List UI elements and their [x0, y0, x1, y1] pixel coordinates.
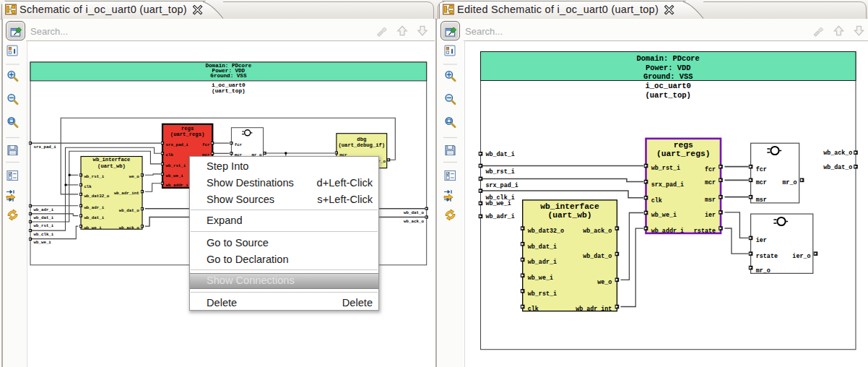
svg-text:regs: regs — [674, 141, 693, 150]
svg-text:wb_ack_o: wb_ack_o — [404, 219, 424, 224]
svg-text:(uart_regs): (uart_regs) — [656, 150, 711, 158]
svg-text:wb_adr_i: wb_adr_i — [528, 259, 557, 266]
svg-text:fcr: fcr — [235, 142, 243, 147]
svg-text:mcr: mcr — [705, 179, 716, 186]
svg-text:wb_interface: wb_interface — [93, 157, 131, 163]
svg-text:ier: ier — [756, 237, 767, 244]
svg-text:wb_we_i: wb_we_i — [528, 275, 553, 282]
svg-text:wb_addr_i: wb_addr_i — [651, 228, 684, 235]
svg-text:wb_adr_int: wb_adr_int — [576, 306, 612, 313]
svg-text:fcr: fcr — [756, 166, 767, 173]
svg-text:(uart_debug_if): (uart_debug_if) — [338, 142, 385, 148]
svg-text:wb_interface: wb_interface — [540, 202, 599, 211]
svg-text:srx_pad_i: srx_pad_i — [166, 142, 189, 147]
svg-text:wb_dat_o: wb_dat_o — [119, 208, 139, 213]
svg-text:rstate: rstate — [694, 228, 716, 235]
svg-text:clk: clk — [84, 184, 92, 189]
svg-text:srx_pad_i: srx_pad_i — [486, 182, 518, 189]
svg-text:wb_addr_i: wb_addr_i — [166, 183, 189, 188]
svg-text:(uart_top): (uart_top) — [645, 91, 691, 100]
svg-text:(uart_top): (uart_top) — [212, 88, 246, 94]
svg-text:(uart_wb): (uart_wb) — [97, 163, 126, 169]
svg-text:ier_o: ier_o — [792, 253, 810, 260]
svg-text:fcr: fcr — [705, 166, 716, 173]
svg-text:wb_rst_i: wb_rst_i — [486, 168, 515, 176]
svg-text:wb_dat32_o: wb_dat32_o — [84, 194, 109, 199]
svg-text:wb_dat32_o: wb_dat32_o — [528, 228, 564, 235]
svg-text:rstate: rstate — [756, 253, 778, 260]
svg-text:fcr: fcr — [202, 142, 210, 147]
svg-text:wb_dat_o: wb_dat_o — [583, 253, 612, 260]
svg-text:wb_rst_i: wb_rst_i — [166, 163, 186, 168]
svg-text:wb_dat_o: wb_dat_o — [404, 210, 424, 215]
svg-text:wb_adr_i: wb_adr_i — [486, 213, 515, 220]
svg-text:wb_we_i: wb_we_i — [34, 240, 52, 245]
svg-text:wb_ack_o: wb_ack_o — [119, 225, 139, 230]
svg-text:i_oc_uart0: i_oc_uart0 — [645, 82, 691, 90]
svg-text:wb_dat_i: wb_dat_i — [34, 215, 54, 220]
svg-text:(uart_wb): (uart_wb) — [547, 211, 591, 220]
svg-text:wb_rst_i: wb_rst_i — [528, 290, 557, 298]
svg-text:(uart_regs): (uart_regs) — [170, 131, 204, 137]
svg-text:wb_ack_o: wb_ack_o — [823, 150, 852, 157]
svg-text:ier: ier — [705, 212, 716, 219]
svg-text:clk: clk — [166, 152, 174, 157]
svg-text:wb_we_i: wb_we_i — [166, 173, 184, 178]
svg-text:wb_clk_i: wb_clk_i — [34, 232, 54, 237]
svg-text:wb_we_i: wb_we_i — [651, 212, 677, 219]
svg-text:clk: clk — [528, 306, 539, 313]
svg-text:msr: msr — [756, 197, 767, 204]
svg-text:wb_ack_o: wb_ack_o — [583, 228, 612, 235]
svg-text:wb_dat_o: wb_dat_o — [823, 164, 852, 171]
svg-text:wb_rst_i: wb_rst_i — [651, 165, 680, 172]
svg-text:wb_rst_i: wb_rst_i — [34, 223, 54, 228]
svg-text:wb_we_i: wb_we_i — [486, 200, 511, 207]
svg-text:Power: VDD: Power: VDD — [646, 64, 690, 72]
svg-text:wb_adr_i: wb_adr_i — [84, 205, 104, 210]
svg-text:we_o: we_o — [597, 279, 612, 286]
svg-text:wb_rst_i: wb_rst_i — [84, 174, 104, 179]
svg-text:dbg: dbg — [357, 137, 366, 142]
svg-text:we_o: we_o — [129, 174, 139, 179]
svg-text:Ground: VSS: Ground: VSS — [643, 72, 693, 81]
svg-text:clk: clk — [651, 197, 662, 204]
svg-text:wb_we_i: wb_we_i — [84, 225, 102, 230]
svg-text:mr_o: mr_o — [782, 179, 797, 186]
svg-text:srx_pad_i: srx_pad_i — [651, 181, 684, 189]
svg-text:wb_adr_int: wb_adr_int — [114, 191, 139, 196]
svg-text:wb_dat_i: wb_dat_i — [486, 151, 515, 158]
svg-text:mr_o: mr_o — [756, 267, 771, 275]
svg-text:Domain: PDcore: Domain: PDcore — [637, 54, 700, 63]
svg-text:msr: msr — [705, 197, 716, 204]
svg-text:srx_pad_i: srx_pad_i — [34, 144, 57, 150]
svg-text:Ground: VSS: Ground: VSS — [210, 73, 247, 79]
svg-text:mcr: mcr — [756, 179, 767, 186]
svg-text:wb_dat_i: wb_dat_i — [84, 215, 104, 220]
svg-text:wb_adr_i: wb_adr_i — [34, 207, 54, 212]
svg-text:wb_dat_i: wb_dat_i — [528, 243, 557, 251]
